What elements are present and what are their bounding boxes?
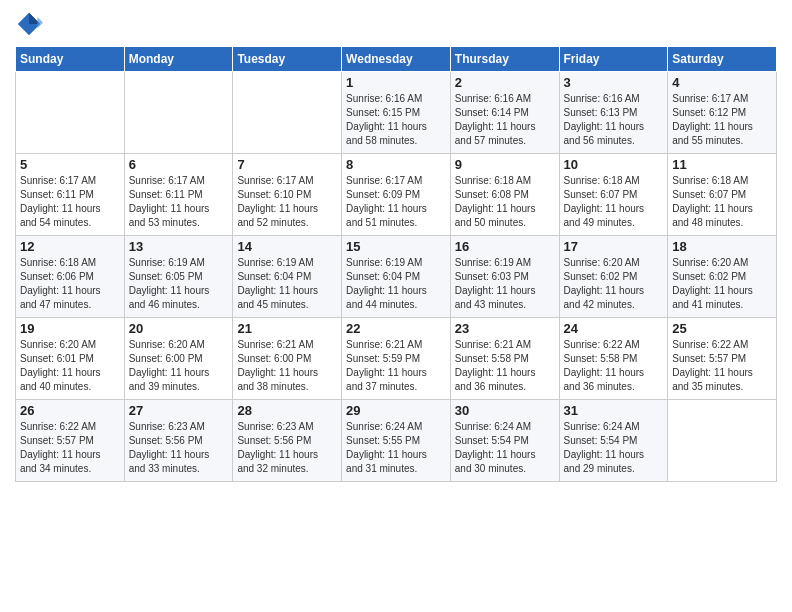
calendar-day-cell: 27Sunrise: 6:23 AM Sunset: 5:56 PM Dayli…: [124, 400, 233, 482]
day-number: 24: [564, 321, 664, 336]
calendar-week-row: 12Sunrise: 6:18 AM Sunset: 6:06 PM Dayli…: [16, 236, 777, 318]
day-info: Sunrise: 6:19 AM Sunset: 6:04 PM Dayligh…: [346, 256, 446, 312]
calendar-week-row: 19Sunrise: 6:20 AM Sunset: 6:01 PM Dayli…: [16, 318, 777, 400]
calendar-day-cell: [124, 72, 233, 154]
day-info: Sunrise: 6:21 AM Sunset: 5:59 PM Dayligh…: [346, 338, 446, 394]
day-info: Sunrise: 6:24 AM Sunset: 5:55 PM Dayligh…: [346, 420, 446, 476]
page-header: [15, 10, 777, 38]
day-info: Sunrise: 6:19 AM Sunset: 6:04 PM Dayligh…: [237, 256, 337, 312]
weekday-header: Wednesday: [342, 47, 451, 72]
day-info: Sunrise: 6:23 AM Sunset: 5:56 PM Dayligh…: [129, 420, 229, 476]
day-info: Sunrise: 6:23 AM Sunset: 5:56 PM Dayligh…: [237, 420, 337, 476]
calendar-day-cell: 8Sunrise: 6:17 AM Sunset: 6:09 PM Daylig…: [342, 154, 451, 236]
calendar-day-cell: 12Sunrise: 6:18 AM Sunset: 6:06 PM Dayli…: [16, 236, 125, 318]
day-info: Sunrise: 6:17 AM Sunset: 6:12 PM Dayligh…: [672, 92, 772, 148]
day-info: Sunrise: 6:18 AM Sunset: 6:07 PM Dayligh…: [564, 174, 664, 230]
day-info: Sunrise: 6:20 AM Sunset: 6:02 PM Dayligh…: [564, 256, 664, 312]
weekday-header: Saturday: [668, 47, 777, 72]
day-number: 16: [455, 239, 555, 254]
day-number: 28: [237, 403, 337, 418]
calendar-day-cell: [233, 72, 342, 154]
day-number: 4: [672, 75, 772, 90]
calendar-day-cell: 14Sunrise: 6:19 AM Sunset: 6:04 PM Dayli…: [233, 236, 342, 318]
day-number: 17: [564, 239, 664, 254]
day-info: Sunrise: 6:21 AM Sunset: 6:00 PM Dayligh…: [237, 338, 337, 394]
day-info: Sunrise: 6:16 AM Sunset: 6:14 PM Dayligh…: [455, 92, 555, 148]
calendar-day-cell: 22Sunrise: 6:21 AM Sunset: 5:59 PM Dayli…: [342, 318, 451, 400]
calendar-day-cell: 16Sunrise: 6:19 AM Sunset: 6:03 PM Dayli…: [450, 236, 559, 318]
logo: [15, 10, 45, 38]
calendar-day-cell: 11Sunrise: 6:18 AM Sunset: 6:07 PM Dayli…: [668, 154, 777, 236]
calendar-day-cell: [668, 400, 777, 482]
calendar-day-cell: 2Sunrise: 6:16 AM Sunset: 6:14 PM Daylig…: [450, 72, 559, 154]
calendar-day-cell: 29Sunrise: 6:24 AM Sunset: 5:55 PM Dayli…: [342, 400, 451, 482]
weekday-header: Friday: [559, 47, 668, 72]
day-number: 7: [237, 157, 337, 172]
day-number: 22: [346, 321, 446, 336]
day-info: Sunrise: 6:18 AM Sunset: 6:07 PM Dayligh…: [672, 174, 772, 230]
calendar-week-row: 5Sunrise: 6:17 AM Sunset: 6:11 PM Daylig…: [16, 154, 777, 236]
day-info: Sunrise: 6:17 AM Sunset: 6:11 PM Dayligh…: [20, 174, 120, 230]
calendar-day-cell: 26Sunrise: 6:22 AM Sunset: 5:57 PM Dayli…: [16, 400, 125, 482]
calendar-day-cell: 23Sunrise: 6:21 AM Sunset: 5:58 PM Dayli…: [450, 318, 559, 400]
calendar-day-cell: 7Sunrise: 6:17 AM Sunset: 6:10 PM Daylig…: [233, 154, 342, 236]
calendar-day-cell: 20Sunrise: 6:20 AM Sunset: 6:00 PM Dayli…: [124, 318, 233, 400]
day-number: 15: [346, 239, 446, 254]
calendar-day-cell: 25Sunrise: 6:22 AM Sunset: 5:57 PM Dayli…: [668, 318, 777, 400]
day-number: 18: [672, 239, 772, 254]
day-info: Sunrise: 6:17 AM Sunset: 6:11 PM Dayligh…: [129, 174, 229, 230]
calendar-day-cell: 10Sunrise: 6:18 AM Sunset: 6:07 PM Dayli…: [559, 154, 668, 236]
calendar-day-cell: 3Sunrise: 6:16 AM Sunset: 6:13 PM Daylig…: [559, 72, 668, 154]
day-number: 3: [564, 75, 664, 90]
day-info: Sunrise: 6:19 AM Sunset: 6:03 PM Dayligh…: [455, 256, 555, 312]
day-info: Sunrise: 6:22 AM Sunset: 5:57 PM Dayligh…: [20, 420, 120, 476]
day-number: 13: [129, 239, 229, 254]
day-info: Sunrise: 6:18 AM Sunset: 6:06 PM Dayligh…: [20, 256, 120, 312]
day-number: 2: [455, 75, 555, 90]
weekday-header: Thursday: [450, 47, 559, 72]
weekday-header: Sunday: [16, 47, 125, 72]
calendar-day-cell: 28Sunrise: 6:23 AM Sunset: 5:56 PM Dayli…: [233, 400, 342, 482]
day-info: Sunrise: 6:24 AM Sunset: 5:54 PM Dayligh…: [564, 420, 664, 476]
calendar-table: SundayMondayTuesdayWednesdayThursdayFrid…: [15, 46, 777, 482]
day-number: 10: [564, 157, 664, 172]
calendar-body: 1Sunrise: 6:16 AM Sunset: 6:15 PM Daylig…: [16, 72, 777, 482]
day-number: 25: [672, 321, 772, 336]
calendar-day-cell: 18Sunrise: 6:20 AM Sunset: 6:02 PM Dayli…: [668, 236, 777, 318]
calendar-week-row: 26Sunrise: 6:22 AM Sunset: 5:57 PM Dayli…: [16, 400, 777, 482]
day-info: Sunrise: 6:16 AM Sunset: 6:15 PM Dayligh…: [346, 92, 446, 148]
calendar-day-cell: 9Sunrise: 6:18 AM Sunset: 6:08 PM Daylig…: [450, 154, 559, 236]
day-number: 30: [455, 403, 555, 418]
day-number: 12: [20, 239, 120, 254]
day-number: 9: [455, 157, 555, 172]
day-info: Sunrise: 6:16 AM Sunset: 6:13 PM Dayligh…: [564, 92, 664, 148]
day-info: Sunrise: 6:24 AM Sunset: 5:54 PM Dayligh…: [455, 420, 555, 476]
day-number: 23: [455, 321, 555, 336]
day-info: Sunrise: 6:20 AM Sunset: 6:02 PM Dayligh…: [672, 256, 772, 312]
day-number: 31: [564, 403, 664, 418]
day-info: Sunrise: 6:22 AM Sunset: 5:57 PM Dayligh…: [672, 338, 772, 394]
calendar-day-cell: 31Sunrise: 6:24 AM Sunset: 5:54 PM Dayli…: [559, 400, 668, 482]
day-number: 8: [346, 157, 446, 172]
calendar-day-cell: 6Sunrise: 6:17 AM Sunset: 6:11 PM Daylig…: [124, 154, 233, 236]
weekday-header: Tuesday: [233, 47, 342, 72]
day-number: 20: [129, 321, 229, 336]
day-info: Sunrise: 6:20 AM Sunset: 6:00 PM Dayligh…: [129, 338, 229, 394]
calendar-day-cell: [16, 72, 125, 154]
weekday-header: Monday: [124, 47, 233, 72]
calendar-day-cell: 15Sunrise: 6:19 AM Sunset: 6:04 PM Dayli…: [342, 236, 451, 318]
calendar-week-row: 1Sunrise: 6:16 AM Sunset: 6:15 PM Daylig…: [16, 72, 777, 154]
calendar-day-cell: 24Sunrise: 6:22 AM Sunset: 5:58 PM Dayli…: [559, 318, 668, 400]
page-container: SundayMondayTuesdayWednesdayThursdayFrid…: [0, 0, 792, 492]
calendar-day-cell: 4Sunrise: 6:17 AM Sunset: 6:12 PM Daylig…: [668, 72, 777, 154]
day-number: 1: [346, 75, 446, 90]
calendar-day-cell: 21Sunrise: 6:21 AM Sunset: 6:00 PM Dayli…: [233, 318, 342, 400]
logo-icon: [15, 10, 43, 38]
day-number: 21: [237, 321, 337, 336]
day-number: 26: [20, 403, 120, 418]
day-number: 29: [346, 403, 446, 418]
svg-marker-2: [37, 17, 43, 28]
day-info: Sunrise: 6:21 AM Sunset: 5:58 PM Dayligh…: [455, 338, 555, 394]
calendar-day-cell: 19Sunrise: 6:20 AM Sunset: 6:01 PM Dayli…: [16, 318, 125, 400]
calendar-day-cell: 1Sunrise: 6:16 AM Sunset: 6:15 PM Daylig…: [342, 72, 451, 154]
